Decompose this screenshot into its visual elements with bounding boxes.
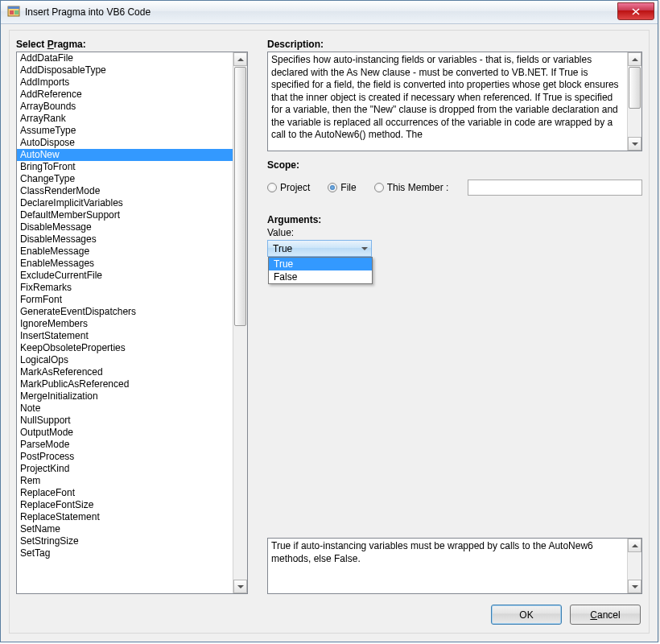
- description-box: Specifies how auto-instancing fields or …: [267, 52, 642, 151]
- chevron-up-icon: [632, 544, 638, 547]
- pragma-item[interactable]: DisableMessage: [17, 221, 233, 233]
- value-combobox[interactable]: True TrueFalse: [267, 240, 372, 257]
- close-button[interactable]: [617, 2, 654, 20]
- pragma-item[interactable]: FormFont: [17, 294, 233, 306]
- pragma-item[interactable]: MarkPublicAsReferenced: [17, 378, 233, 390]
- scroll-up-button[interactable]: [628, 52, 641, 66]
- pragma-item[interactable]: ReplaceFontSize: [17, 499, 233, 511]
- select-pragma-label: Select Pragma:: [16, 39, 248, 50]
- pragma-item[interactable]: MergeInitialization: [17, 390, 233, 402]
- chevron-down-icon: [632, 142, 638, 146]
- dialog-window: Insert Pragma into VB6 Code Select Pragm…: [0, 0, 658, 642]
- pragma-item[interactable]: DeclareImplicitVariables: [17, 197, 233, 209]
- value-dropdown[interactable]: TrueFalse: [268, 257, 373, 284]
- radio-icon: [328, 183, 337, 192]
- pragma-item[interactable]: GenerateEventDispatchers: [17, 306, 233, 318]
- pragma-item[interactable]: KeepObsoleteProperties: [17, 342, 233, 354]
- combo-dropdown-button[interactable]: [357, 241, 371, 256]
- window-title: Insert Pragma into VB6 Code: [25, 6, 151, 18]
- scroll-down-button[interactable]: [628, 580, 641, 593]
- scope-radio-file[interactable]: File: [328, 182, 356, 193]
- description-text: Specifies how auto-instancing fields or …: [271, 54, 625, 149]
- pragma-item[interactable]: Rem: [17, 475, 233, 487]
- scope-radio-project[interactable]: Project: [267, 182, 310, 193]
- svg-rect-1: [8, 6, 19, 9]
- pragma-item[interactable]: IgnoreMembers: [17, 318, 233, 330]
- ok-button[interactable]: OK: [491, 605, 562, 625]
- value-label: Value:: [267, 227, 642, 238]
- pragma-item[interactable]: ReplaceStatement: [17, 511, 233, 523]
- pragma-item[interactable]: ArrayRank: [17, 113, 233, 125]
- pragma-item[interactable]: ExcludeCurrentFile: [17, 270, 233, 282]
- scroll-down-button[interactable]: [233, 580, 247, 593]
- svg-rect-2: [10, 10, 14, 14]
- pragma-item[interactable]: DisableMessages: [17, 233, 233, 246]
- scope-radio-this-member[interactable]: This Member :: [374, 182, 449, 193]
- pragma-item[interactable]: Note: [17, 402, 233, 415]
- pragma-item[interactable]: AddImports: [17, 76, 233, 89]
- argument-help-box: True if auto-instancing variables must b…: [267, 538, 642, 594]
- pragma-item[interactable]: PostProcess: [17, 451, 233, 463]
- cancel-button[interactable]: Cancel: [570, 605, 641, 625]
- pragma-item[interactable]: ProjectKind: [17, 463, 233, 475]
- pragma-item[interactable]: AddReference: [17, 89, 233, 101]
- pragma-item[interactable]: LogicalOps: [17, 354, 233, 366]
- pragma-item[interactable]: ReplaceFont: [17, 487, 233, 499]
- chevron-down-icon: [361, 247, 368, 250]
- scroll-thumb[interactable]: [629, 67, 641, 109]
- pragma-item[interactable]: DefaultMemberSupport: [17, 209, 233, 221]
- radio-icon: [267, 183, 277, 192]
- right-panel: Description: Specifies how auto-instanci…: [267, 39, 642, 594]
- pragma-item[interactable]: SetName: [17, 523, 233, 535]
- close-icon: [632, 8, 640, 15]
- title-bar[interactable]: Insert Pragma into VB6 Code: [1, 1, 658, 24]
- svg-rect-3: [14, 10, 19, 14]
- pragma-item[interactable]: ChangeType: [17, 173, 233, 185]
- desc-scrollbar[interactable]: [627, 52, 641, 151]
- radio-icon: [374, 183, 384, 192]
- pragma-item[interactable]: FixRemarks: [17, 282, 233, 294]
- pragma-item[interactable]: ClassRenderMode: [17, 185, 233, 197]
- this-member-input[interactable]: [468, 180, 642, 196]
- app-icon: [7, 6, 20, 19]
- help-scrollbar[interactable]: [627, 539, 641, 593]
- scope-label: Scope:: [267, 159, 642, 171]
- pragma-item[interactable]: SetTag: [17, 547, 233, 559]
- pragma-item[interactable]: BringToFront: [17, 161, 233, 173]
- pragma-item[interactable]: EnableMessage: [17, 246, 233, 258]
- client-area: Select Pragma: AddDataFileAddDisposableT…: [9, 30, 650, 634]
- pragma-item[interactable]: AddDisposableType: [17, 64, 233, 76]
- value-option[interactable]: False: [269, 270, 372, 283]
- pragma-item[interactable]: ParseMode: [17, 439, 233, 451]
- chevron-down-icon: [632, 585, 638, 588]
- value-selected: True: [268, 243, 357, 254]
- pragma-item[interactable]: AutoNew: [17, 149, 233, 161]
- pragma-item[interactable]: ArrayBounds: [17, 101, 233, 113]
- scope-row: Project File This Member :: [267, 179, 642, 196]
- pragma-item[interactable]: AssumeType: [17, 125, 233, 137]
- scroll-up-button[interactable]: [628, 539, 641, 552]
- pragma-item[interactable]: OutputMode: [17, 427, 233, 439]
- left-panel: Select Pragma: AddDataFileAddDisposableT…: [16, 39, 248, 594]
- description-label: Description:: [267, 39, 642, 50]
- scroll-up-button[interactable]: [233, 52, 247, 66]
- pragma-item[interactable]: AddDataFile: [17, 52, 233, 64]
- pragma-item[interactable]: NullSupport: [17, 415, 233, 427]
- list-scrollbar[interactable]: [233, 52, 247, 593]
- value-option[interactable]: True: [269, 258, 372, 270]
- pragma-item[interactable]: AutoDispose: [17, 137, 233, 149]
- scroll-thumb[interactable]: [234, 67, 246, 326]
- pragma-item[interactable]: EnableMessages: [17, 258, 233, 270]
- pragma-item[interactable]: MarkAsReferenced: [17, 366, 233, 378]
- pragma-listbox[interactable]: AddDataFileAddDisposableTypeAddImportsAd…: [16, 52, 248, 594]
- chevron-down-icon: [237, 585, 244, 588]
- chevron-up-icon: [237, 58, 244, 61]
- scroll-down-button[interactable]: [628, 137, 641, 151]
- dialog-button-row: OK Cancel: [491, 605, 641, 625]
- pragma-item[interactable]: SetStringSize: [17, 535, 233, 547]
- argument-help-text: True if auto-instancing variables must b…: [271, 540, 625, 565]
- pragma-item[interactable]: InsertStatement: [17, 330, 233, 342]
- arguments-label: Arguments:: [267, 214, 642, 225]
- chevron-up-icon: [632, 58, 638, 61]
